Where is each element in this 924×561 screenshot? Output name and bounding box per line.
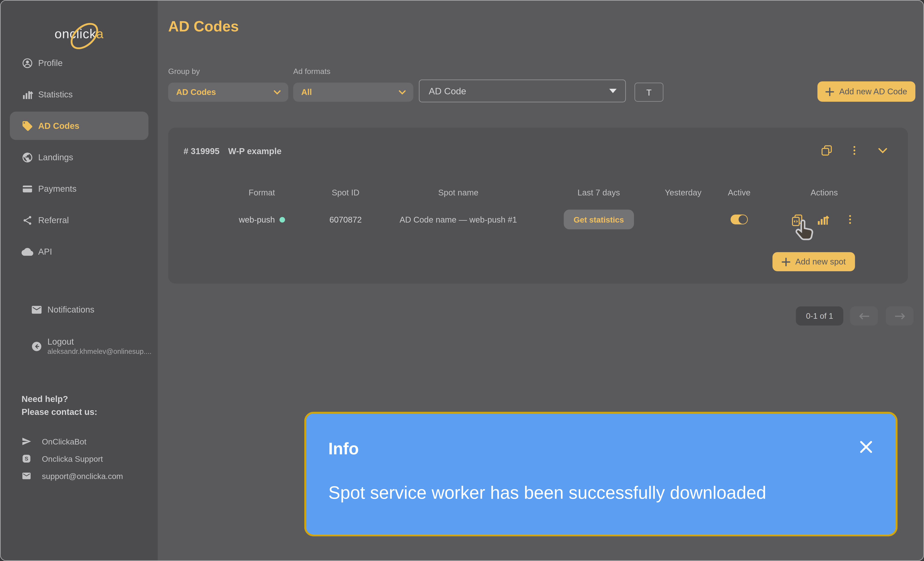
column-header-last-7-days: Last 7 days (578, 188, 620, 197)
telegram-icon (21, 436, 32, 446)
page-title: AD Codes (168, 18, 239, 35)
pagination-range[interactable]: 0-1 of 1 (796, 307, 843, 325)
ad-formats-select[interactable]: All (293, 83, 413, 102)
format-value: web-push (239, 215, 275, 224)
person-icon (21, 57, 33, 69)
logout-icon (31, 340, 42, 352)
copy-icon[interactable] (820, 144, 833, 156)
sidebar-item-label: API (38, 247, 52, 256)
toast-message: Spot service worker has been successfull… (328, 483, 766, 503)
card-title: # 319995 W-P example (184, 146, 282, 156)
globe-icon (21, 152, 33, 163)
help-line-2: Please contact us: (21, 406, 98, 419)
envelope-icon (31, 304, 42, 316)
ad-code-id: # 319995 (184, 146, 219, 156)
spot-name-cell: AD Code name — web-push #1 (400, 215, 517, 224)
plus-icon (782, 257, 790, 266)
toast-title: Info (328, 439, 359, 459)
arrow-right-icon (894, 312, 905, 320)
get-statistics-button[interactable]: Get statistics (564, 210, 634, 229)
add-new-spot-button[interactable]: Add new spot (772, 252, 855, 271)
help-line-1: Need help? (21, 393, 98, 406)
arrow-left-icon (858, 312, 870, 320)
contact-support-email[interactable]: support@onclicka.com (21, 471, 123, 481)
dropdown-arrow-icon (609, 89, 616, 93)
sidebar-item-label: Notifications (47, 305, 94, 314)
sidebar-item-label: Landings (38, 152, 73, 162)
column-header-spot-name: Spot name (438, 188, 478, 197)
chevron-down-icon[interactable] (876, 144, 890, 157)
pagination-next-button[interactable] (886, 307, 914, 325)
ad-code-select-value: AD Code (429, 86, 466, 96)
card-header-actions (820, 144, 890, 157)
contact-telegram-bot[interactable]: OnClickaBot (21, 436, 87, 446)
sidebar-item-referral[interactable]: Referral (10, 206, 148, 234)
get-code-icon[interactable] (791, 214, 803, 227)
sidebar-item-label: Profile (38, 58, 63, 68)
sidebar-item-api[interactable]: API (10, 238, 148, 266)
skype-icon: S (21, 454, 32, 463)
plus-icon (826, 87, 834, 96)
group-by-select[interactable]: AD Codes (168, 83, 288, 102)
sidebar-item-label: Payments (38, 184, 76, 194)
active-toggle[interactable] (730, 215, 748, 224)
sidebar-item-label: AD Codes (38, 121, 80, 131)
info-toast: Info Spot service worker has been succes… (304, 412, 897, 536)
contact-label: OnClickaBot (42, 437, 87, 446)
chevron-down-icon (399, 90, 406, 95)
spot-statistics-icon[interactable] (817, 214, 829, 226)
column-header-spot-id: Spot ID (332, 188, 359, 197)
format-cell: web-push (239, 215, 285, 224)
column-header-yesterday: Yesterday (665, 188, 702, 197)
pagination-prev-button[interactable] (850, 307, 878, 325)
ad-code-name: W-P example (228, 146, 282, 156)
bar-chart-icon (21, 89, 33, 100)
contact-skype-support[interactable]: S Onclicka Support (21, 454, 103, 463)
sidebar-item-statistics[interactable]: Statistics (10, 80, 148, 108)
ad-code-select[interactable]: AD Code (419, 80, 626, 102)
sidebar-item-landings[interactable]: Landings (10, 143, 148, 171)
chevron-down-icon (273, 90, 281, 95)
ad-formats-label: Ad formats (293, 67, 330, 76)
spot-kebab-menu-icon[interactable] (844, 214, 856, 225)
sidebar-item-payments[interactable]: Payments (10, 174, 148, 203)
sidebar-item-profile[interactable]: Profile (10, 49, 148, 77)
column-header-active: Active (728, 188, 750, 197)
logout-label: Logout (47, 337, 152, 346)
app-window: onclicka Profile Statistics AD Codes (0, 0, 924, 561)
column-header-format: Format (249, 188, 275, 197)
group-by-label: Group by (168, 67, 200, 76)
sidebar-item-logout[interactable]: Logout aleksandr.khmelev@onlinesup.... (19, 331, 170, 361)
status-dot (279, 217, 285, 223)
share-icon (21, 214, 33, 226)
envelope-icon (21, 471, 32, 481)
ad-code-card: # 319995 W-P example Format Spot ID Spot… (168, 128, 908, 284)
close-icon[interactable] (858, 438, 875, 456)
sidebar: onclicka Profile Statistics AD Codes (1, 1, 158, 560)
sidebar-item-notifications[interactable]: Notifications (19, 295, 170, 324)
sidebar-item-ad-codes[interactable]: AD Codes (10, 111, 148, 140)
logout-email: aleksandr.khmelev@onlinesup.... (47, 348, 152, 355)
toggle-knob (739, 215, 747, 224)
sidebar-nav: Profile Statistics AD Codes Landings (1, 49, 158, 269)
tag-icon (21, 120, 33, 132)
sidebar-item-label: Referral (38, 215, 69, 225)
contact-label: support@onclicka.com (42, 471, 123, 481)
spot-id-cell: 6070872 (329, 215, 362, 224)
add-new-ad-code-button[interactable]: Add new AD Code (818, 81, 915, 102)
group-by-value: AD Codes (176, 87, 216, 97)
credit-card-icon (21, 183, 33, 195)
kebab-menu-icon[interactable] (849, 145, 860, 156)
add-new-spot-label: Add new spot (795, 257, 846, 266)
help-heading: Need help? Please contact us: (21, 393, 98, 419)
contact-label: Onclicka Support (42, 454, 103, 463)
ad-formats-value: All (301, 87, 312, 97)
cloud-icon (21, 246, 33, 257)
sidebar-item-label: Statistics (38, 89, 73, 99)
column-header-actions: Actions (811, 188, 838, 197)
add-new-ad-code-label: Add new AD Code (839, 87, 907, 96)
svg-text:S: S (25, 456, 28, 462)
text-filter-button[interactable]: T (634, 83, 663, 102)
